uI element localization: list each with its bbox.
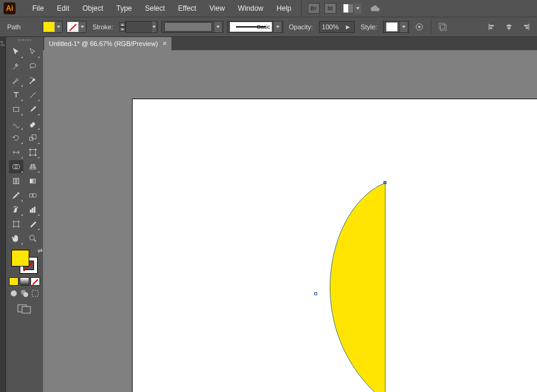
hand-tool[interactable] bbox=[9, 232, 23, 245]
expand-dock-icon[interactable]: » bbox=[1, 39, 5, 44]
menu-help[interactable]: Help bbox=[272, 2, 296, 15]
svg-point-1 bbox=[418, 26, 421, 28]
slice-tool[interactable] bbox=[26, 218, 40, 231]
variable-width-profile[interactable] bbox=[161, 21, 223, 33]
svg-rect-11 bbox=[524, 25, 528, 27]
menu-select[interactable]: Select bbox=[140, 2, 170, 15]
arrange-documents[interactable] bbox=[343, 3, 361, 14]
recolor-artwork-icon[interactable] bbox=[413, 21, 426, 33]
mesh-tool[interactable] bbox=[9, 174, 23, 188]
blend-tool[interactable] bbox=[26, 189, 40, 202]
perspective-grid-tool[interactable] bbox=[26, 160, 40, 173]
eyedropper-tool[interactable] bbox=[9, 189, 23, 202]
artboard-tool[interactable] bbox=[9, 218, 23, 231]
type-tool[interactable] bbox=[9, 88, 23, 102]
svg-point-36 bbox=[30, 235, 35, 240]
zoom-tool[interactable] bbox=[26, 232, 40, 245]
align-right-icon[interactable] bbox=[519, 21, 532, 33]
shaper-tool[interactable] bbox=[9, 117, 23, 130]
dock-strip[interactable]: » bbox=[0, 37, 6, 392]
rotate-tool[interactable] bbox=[9, 131, 23, 145]
opacity-field[interactable]: ▶ bbox=[319, 21, 355, 33]
svg-point-40 bbox=[23, 292, 28, 297]
width-tool[interactable] bbox=[9, 146, 23, 159]
symbol-sprayer-tool[interactable] bbox=[9, 203, 23, 216]
svg-rect-26 bbox=[30, 179, 35, 183]
curvature-tool[interactable] bbox=[26, 74, 40, 87]
menu-file[interactable]: File bbox=[27, 2, 48, 15]
svg-point-19 bbox=[29, 149, 30, 150]
opacity-label: Opacity: bbox=[287, 23, 315, 30]
svg-point-21 bbox=[29, 155, 30, 156]
close-tab-icon[interactable]: × bbox=[162, 39, 167, 48]
sync-settings-icon[interactable] bbox=[370, 4, 380, 13]
svg-rect-41 bbox=[32, 290, 38, 296]
shape-builder-tool[interactable] bbox=[9, 160, 23, 173]
selection-type-label: Path bbox=[5, 23, 23, 30]
stroke-weight-input[interactable] bbox=[128, 23, 150, 30]
graphic-style[interactable] bbox=[383, 21, 409, 33]
svg-rect-34 bbox=[34, 207, 35, 212]
draw-normal-icon[interactable] bbox=[10, 289, 18, 298]
svg-point-30 bbox=[16, 206, 16, 207]
selection-tool[interactable] bbox=[9, 45, 23, 59]
menu-edit[interactable]: Edit bbox=[52, 2, 74, 15]
fill-swatch[interactable] bbox=[42, 21, 63, 33]
bridge-button[interactable]: Br bbox=[308, 3, 320, 14]
stroke-swatch[interactable] bbox=[66, 21, 87, 33]
menu-object[interactable]: Object bbox=[78, 2, 108, 15]
anchor-point-mid[interactable] bbox=[314, 292, 317, 295]
align-center-icon[interactable] bbox=[502, 21, 515, 33]
direct-selection-tool[interactable] bbox=[26, 45, 40, 59]
fill-proxy[interactable] bbox=[11, 250, 29, 267]
free-transform-tool[interactable] bbox=[26, 146, 40, 159]
fill-stroke-proxy[interactable]: ⇄ bbox=[11, 250, 38, 274]
control-bar: Path Stroke: Basic Opacity: ▶ Style: bbox=[0, 17, 537, 37]
stock-button[interactable]: St bbox=[324, 3, 336, 14]
screen-mode-icon[interactable] bbox=[17, 304, 32, 314]
brush-definition[interactable]: Basic bbox=[227, 21, 283, 33]
scale-tool[interactable] bbox=[26, 131, 40, 145]
magic-wand-tool[interactable] bbox=[9, 60, 23, 73]
svg-rect-32 bbox=[30, 210, 31, 213]
panel-grip[interactable] bbox=[13, 39, 36, 43]
color-mode-solid[interactable] bbox=[9, 277, 19, 286]
document-tab[interactable]: Untitled-1* @ 66.67% (RGB/Preview) × bbox=[44, 37, 171, 50]
anchor-point-top[interactable] bbox=[383, 181, 386, 184]
align-left-icon[interactable] bbox=[486, 21, 499, 33]
document-tab-bar: Untitled-1* @ 66.67% (RGB/Preview) × bbox=[43, 37, 537, 50]
paintbrush-tool[interactable] bbox=[26, 103, 40, 116]
line-segment-tool[interactable] bbox=[26, 88, 40, 102]
menu-view[interactable]: View bbox=[205, 2, 230, 15]
svg-point-38 bbox=[11, 290, 17, 296]
column-graph-tool[interactable] bbox=[26, 203, 40, 216]
svg-rect-43 bbox=[22, 307, 30, 313]
rectangle-tool[interactable] bbox=[9, 103, 23, 116]
eraser-tool[interactable] bbox=[26, 117, 40, 130]
svg-rect-6 bbox=[490, 27, 492, 29]
gradient-tool[interactable] bbox=[26, 174, 40, 188]
menu-window[interactable]: Window bbox=[233, 2, 268, 15]
menu-effect[interactable]: Effect bbox=[173, 2, 201, 15]
transform-panel-icon[interactable] bbox=[436, 21, 449, 33]
draw-behind-icon[interactable] bbox=[20, 289, 29, 298]
opacity-input[interactable] bbox=[322, 23, 343, 30]
svg-rect-12 bbox=[526, 27, 528, 29]
document-tab-title: Untitled-1* @ 66.67% (RGB/Preview) bbox=[49, 40, 158, 47]
svg-point-31 bbox=[17, 207, 17, 207]
svg-rect-9 bbox=[507, 27, 510, 29]
canvas[interactable] bbox=[43, 50, 537, 392]
svg-point-22 bbox=[35, 155, 36, 156]
stroke-label: Stroke: bbox=[90, 23, 116, 30]
style-label: Style: bbox=[358, 23, 380, 30]
lasso-tool[interactable] bbox=[26, 60, 40, 73]
swap-fill-stroke-icon[interactable]: ⇄ bbox=[38, 247, 42, 254]
pen-tool[interactable] bbox=[9, 74, 23, 87]
color-mode-none[interactable] bbox=[30, 277, 40, 286]
stroke-weight-stepper[interactable] bbox=[119, 21, 158, 33]
draw-inside-icon[interactable] bbox=[31, 289, 39, 298]
selected-path[interactable] bbox=[315, 182, 386, 392]
color-mode-gradient[interactable] bbox=[20, 277, 29, 286]
menu-type[interactable]: Type bbox=[112, 2, 137, 15]
svg-point-29 bbox=[14, 207, 14, 207]
